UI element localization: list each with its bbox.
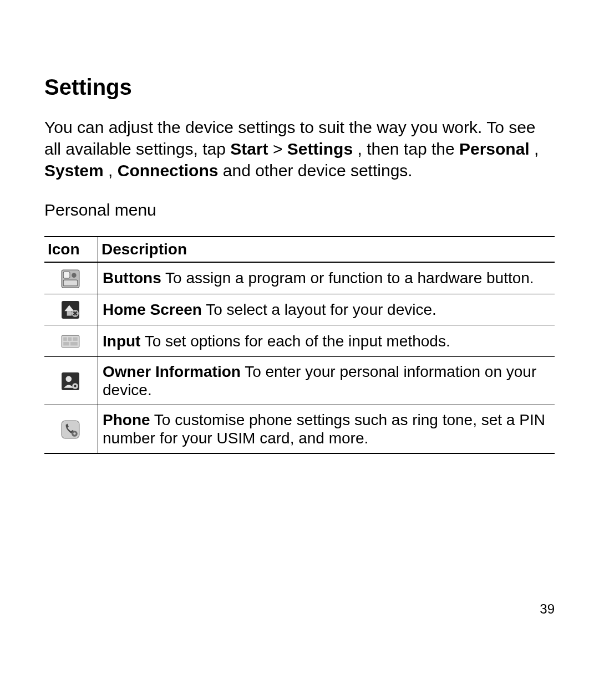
- header-icon: Icon: [44, 237, 98, 262]
- row-text: To set options for each of the input met…: [140, 333, 450, 350]
- description-cell: Input To set options for each of the inp…: [98, 325, 555, 357]
- intro-text: and other device settings.: [223, 161, 413, 180]
- icon-cell: [44, 325, 98, 357]
- icon-cell: [44, 262, 98, 294]
- description-cell: Home Screen To select a layout for your …: [98, 294, 555, 325]
- intro-text: ,: [108, 161, 118, 180]
- page-number: 39: [540, 601, 555, 617]
- intro-paragraph: You can adjust the device settings to su…: [44, 116, 555, 181]
- icon-cell: [44, 405, 98, 453]
- table-row: Home Screen To select a layout for your …: [44, 294, 555, 325]
- row-title: Buttons: [103, 269, 161, 287]
- table-row: Buttons To assign a program or function …: [44, 262, 555, 294]
- row-text: To select a layout for your device.: [202, 301, 436, 318]
- table-row: Input To set options for each of the inp…: [44, 325, 555, 357]
- header-description: Description: [98, 237, 555, 262]
- phone-settings-icon: [61, 420, 80, 439]
- intro-text: >: [273, 140, 287, 158]
- description-cell: Buttons To assign a program or function …: [98, 262, 555, 294]
- buttons-icon: [61, 269, 80, 288]
- intro-text: ,: [534, 140, 539, 158]
- description-cell: Phone To customise phone settings such a…: [98, 405, 555, 453]
- sub-heading: Personal menu: [44, 201, 555, 219]
- owner-info-icon: [61, 372, 80, 391]
- intro-bold-system: System: [44, 161, 104, 180]
- settings-table: Icon Description Buttons To assign a pro…: [44, 236, 555, 454]
- row-title: Input: [103, 333, 140, 350]
- intro-bold-start: Start: [230, 140, 268, 158]
- row-text: To assign a program or function to a har…: [161, 269, 534, 287]
- icon-cell: [44, 294, 98, 325]
- icon-cell: [44, 356, 98, 405]
- section-heading: Settings: [44, 75, 555, 100]
- table-header-row: Icon Description: [44, 237, 555, 262]
- intro-bold-personal: Personal: [459, 140, 530, 158]
- home-screen-icon: [61, 300, 80, 319]
- manual-page: Settings You can adjust the device setti…: [0, 0, 599, 700]
- table-row: Phone To customise phone settings such a…: [44, 405, 555, 453]
- intro-bold-connections: Connections: [118, 161, 219, 180]
- row-title: Home Screen: [103, 301, 202, 318]
- table-row: Owner Information To enter your personal…: [44, 356, 555, 405]
- row-title: Owner Information: [103, 363, 241, 380]
- input-icon: [61, 332, 80, 351]
- row-title: Phone: [103, 411, 150, 428]
- intro-bold-settings: Settings: [287, 140, 353, 158]
- intro-text: , then tap the: [357, 140, 459, 158]
- row-text: To customise phone settings such as ring…: [103, 411, 545, 447]
- description-cell: Owner Information To enter your personal…: [98, 356, 555, 405]
